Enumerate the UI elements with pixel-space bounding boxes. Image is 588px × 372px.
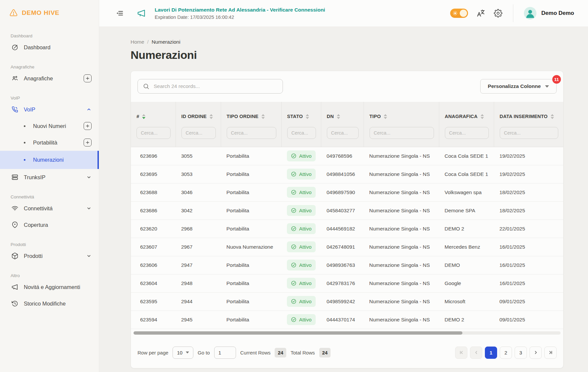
page-button-1[interactable]: 1	[485, 347, 497, 359]
table-row[interactable]: 623604 2948 Portabilita Attivo 042978317…	[131, 274, 563, 292]
sort-icon[interactable]	[337, 114, 340, 119]
divider	[513, 4, 513, 22]
column-header-dn[interactable]: DN	[321, 102, 364, 124]
phone-icon	[11, 106, 19, 113]
column-header-num[interactable]: #	[131, 102, 176, 124]
add-anagrafica-button[interactable]	[84, 74, 92, 82]
table-row[interactable]: 623594 2945 Portabilita Attivo 044437017…	[131, 310, 563, 329]
sidebar-item-connettivita[interactable]: Connettivitá	[0, 200, 99, 217]
filter-input-num[interactable]	[137, 127, 171, 139]
column-header-tipo[interactable]: TIPO	[364, 102, 439, 124]
main-content: Home / Numerazioni Numerazioni Personali…	[99, 0, 588, 368]
cell-tipo-ordine: Nuova Numerazione	[221, 238, 281, 256]
scrollbar-thumb[interactable]	[134, 331, 462, 335]
table-row[interactable]: 623686 3042 Portabilita Attivo 045840327…	[131, 201, 563, 220]
theme-toggle[interactable]	[450, 9, 468, 18]
sidebar-subitem-portabilita[interactable]: Portabilità	[0, 134, 99, 151]
table-row[interactable]: 623695 3053 Portabilita Attivo 049884105…	[131, 165, 563, 183]
first-page-button[interactable]	[455, 347, 467, 359]
sidebar-item-anagrafiche[interactable]: Anagrafiche	[0, 70, 99, 87]
column-header-anagrafica[interactable]: ANAGRAFICA	[439, 102, 494, 124]
cell-num: 623606	[131, 256, 176, 274]
column-header-data-inserimento[interactable]: DATA INSERIMENTO	[494, 102, 563, 124]
filter-input-tipo-ordine[interactable]	[227, 127, 276, 139]
search-input[interactable]	[154, 83, 278, 89]
server-icon	[11, 174, 19, 181]
filter-input-tipo[interactable]	[370, 127, 434, 139]
filter-input-dn[interactable]	[327, 127, 359, 139]
last-page-button[interactable]	[544, 347, 557, 359]
sort-icon[interactable]	[481, 114, 484, 119]
sidebar-subitem-nuovi-numeri[interactable]: Nuovi Numeri	[0, 118, 99, 134]
table-row[interactable]: 623620 2968 Portabilita Attivo 044456918…	[131, 220, 563, 238]
column-header-id-ordine[interactable]: ID ORDINE	[176, 102, 221, 124]
user-menu[interactable]: Demo Demo	[524, 7, 574, 20]
sidebar-item-copertura[interactable]: Copertura	[0, 217, 99, 233]
sort-icon[interactable]	[551, 114, 554, 119]
sidebar-subitem-numerazioni[interactable]: Numerazioni	[0, 151, 99, 169]
cell-num: 623696	[131, 147, 176, 165]
add-nuovo-numero-button[interactable]	[84, 122, 92, 130]
add-portabilita-button[interactable]	[84, 139, 92, 146]
cell-anagrafica: Mercedes Benz	[439, 238, 494, 256]
status-text: Attivo	[299, 280, 312, 286]
prev-page-button[interactable]	[470, 347, 482, 359]
sidebar-item-label: Numerazioni	[33, 157, 90, 163]
filter-input-id-ordine[interactable]	[181, 127, 216, 139]
table-row[interactable]: 623606 2947 Portabilita Attivo 049893676…	[131, 256, 563, 274]
section-label-prodotti: Prodotti	[11, 242, 99, 247]
filter-input-data-inserimento[interactable]	[500, 127, 558, 139]
sidebar-item-trunksip[interactable]: TrunksIP	[0, 169, 99, 186]
sort-icon[interactable]	[384, 114, 387, 119]
collapse-sidebar-icon[interactable]	[116, 9, 124, 17]
cell-id-ordine: 3055	[176, 147, 221, 165]
next-page-button[interactable]	[529, 347, 542, 359]
column-header-stato[interactable]: STATO	[281, 102, 321, 124]
sidebar-item-voip[interactable]: VoIP	[0, 101, 99, 118]
sidebar-item-storico[interactable]: Storico Modifiche	[0, 295, 99, 312]
app-logo[interactable]: DEMO HIVE	[0, 0, 99, 24]
sort-icon[interactable]	[210, 114, 213, 119]
customize-columns-button[interactable]: Personalizza Colonne	[480, 79, 557, 94]
sort-icon[interactable]	[306, 114, 309, 119]
table-filter-row	[131, 124, 563, 147]
filter-input-anagrafica[interactable]	[445, 127, 489, 139]
goto-page-input[interactable]	[214, 347, 236, 359]
breadcrumb-home[interactable]: Home	[131, 39, 144, 45]
sort-icon[interactable]	[142, 114, 145, 119]
sidebar-item-label: Prodotti	[24, 253, 81, 259]
cell-num: 623620	[131, 220, 176, 238]
status-badge: Attivo	[287, 150, 316, 161]
chevron-down-icon	[86, 175, 92, 180]
cell-dn: 0458403277	[321, 201, 364, 220]
cell-tipo: Numerazione Singola - NS	[364, 274, 439, 292]
status-text: Attivo	[299, 153, 312, 159]
check-circle-icon	[291, 189, 296, 195]
gear-icon[interactable]	[494, 9, 502, 18]
page-button-3[interactable]: 3	[515, 347, 527, 359]
cell-tipo: Numerazione Singola - NS	[364, 256, 439, 274]
table-row[interactable]: 623595 2944 Portabilita Attivo 049859924…	[131, 292, 563, 310]
check-circle-icon	[291, 280, 296, 286]
rows-per-page-select[interactable]: 10	[173, 347, 193, 359]
cell-anagrafica: Demone SPA	[439, 201, 494, 220]
column-header-tipo-ordine[interactable]: TIPO ORDINE	[221, 102, 281, 124]
topbar: Lavori Di Potenziamento Rete Ad Alessand…	[99, 0, 588, 26]
sort-icon[interactable]	[261, 114, 265, 119]
cell-tipo: Numerazione Singola - NS	[364, 292, 439, 310]
page-button-2[interactable]: 2	[500, 347, 512, 359]
sidebar-item-prodotti[interactable]: Prodotti	[0, 248, 99, 264]
sidebar-item-novita[interactable]: Novitá e Aggiornamenti	[0, 279, 99, 295]
cell-tipo-ordine: Portabilita	[221, 147, 281, 165]
filter-input-stato[interactable]	[287, 127, 316, 139]
table-row[interactable]: 623688 3046 Portabilita Attivo 049689759…	[131, 183, 563, 201]
horizontal-scrollbar[interactable]	[134, 331, 561, 335]
status-badge: Attivo	[287, 296, 316, 307]
translate-icon[interactable]	[477, 9, 485, 18]
status-badge: Attivo	[287, 187, 316, 198]
cell-dn: 0498936763	[321, 256, 364, 274]
table-row[interactable]: 623696 3055 Portabilita Attivo 049768596…	[131, 147, 563, 165]
table-row[interactable]: 623607 2967 Nuova Numerazione Attivo 042…	[131, 238, 563, 256]
sidebar-item-dashboard[interactable]: Dashboard	[0, 39, 99, 56]
cell-dn: 0496897590	[321, 183, 364, 201]
